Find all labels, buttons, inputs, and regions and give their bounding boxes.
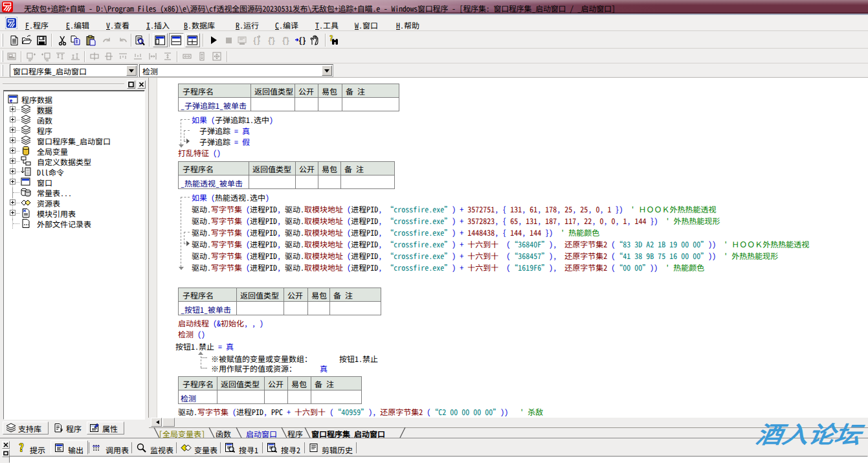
svg-text:{}: {}: [298, 35, 306, 45]
svg-text:?: ?: [19, 442, 24, 453]
svg-text:{}: {}: [282, 35, 290, 45]
svg-text:{}: {}: [268, 35, 276, 45]
